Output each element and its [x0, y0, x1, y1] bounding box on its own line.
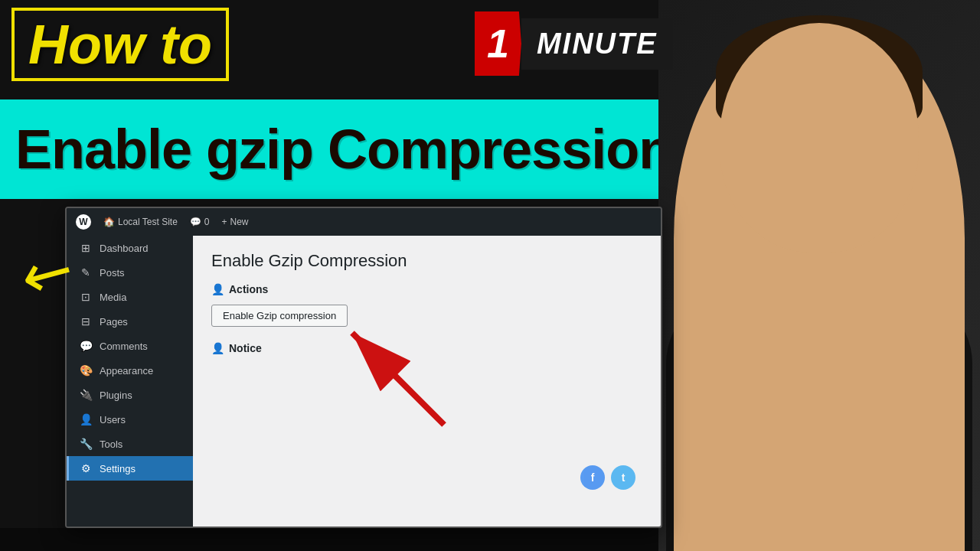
- plus-icon: +: [222, 217, 227, 227]
- how-to-box: How to: [11, 8, 229, 81]
- one-minute-number-bg: 1: [475, 11, 521, 76]
- comments-icon: 💬: [78, 340, 93, 352]
- comment-icon: 💬: [190, 217, 201, 227]
- sidebar-item-media[interactable]: ⊡ Media: [67, 285, 193, 309]
- media-icon: ⊡: [78, 291, 93, 303]
- wp-sidebar: ⊞ Dashboard ✎ Posts ⊡ Media ⊟ Pages 💬 Co…: [67, 236, 193, 527]
- admin-bar-new[interactable]: + New: [222, 217, 249, 227]
- one-minute-word-bg: Minute: [521, 18, 673, 70]
- admin-bar-comments[interactable]: 💬 0: [190, 217, 210, 227]
- red-arrow-svg: [306, 302, 459, 440]
- person-head: [720, 23, 919, 253]
- sidebar-item-users[interactable]: 👤 Users: [67, 407, 193, 432]
- sidebar-item-plugins[interactable]: 🔌 Plugins: [67, 383, 193, 407]
- admin-bar-site[interactable]: 🏠 Local Test Site: [103, 217, 178, 227]
- wp-logo: W: [76, 214, 91, 230]
- page-title: Enable Gzip Compression: [211, 251, 642, 271]
- plugins-icon: 🔌: [78, 389, 93, 401]
- home-icon: 🏠: [103, 217, 115, 227]
- one-minute-badge: 1 Minute: [475, 11, 673, 76]
- svg-line-1: [352, 333, 444, 425]
- one-minute-number: 1: [487, 21, 509, 66]
- one-minute-word: Minute: [537, 28, 658, 60]
- notice-label: Notice: [229, 342, 262, 354]
- users-icon: 👤: [78, 413, 93, 425]
- social-icons-area: f t: [580, 465, 635, 490]
- sidebar-item-posts[interactable]: ✎ Posts: [67, 260, 193, 285]
- sidebar-item-tools[interactable]: 🔧 Tools: [67, 432, 193, 456]
- twitter-icon: t: [611, 465, 635, 490]
- settings-icon: ⚙: [78, 462, 93, 474]
- actions-icon: 👤: [211, 283, 224, 295]
- notice-icon: 👤: [211, 342, 224, 354]
- pages-icon: ⊟: [78, 315, 93, 328]
- person-area: [658, 0, 980, 551]
- actions-section-header: 👤 Actions: [211, 283, 642, 295]
- sidebar-item-appearance[interactable]: 🎨 Appearance: [67, 358, 193, 383]
- sidebar-item-pages[interactable]: ⊟ Pages: [67, 309, 193, 334]
- social-row: f t: [580, 465, 635, 490]
- tools-icon: 🔧: [78, 438, 93, 450]
- wp-admin-bar: W 🏠 Local Test Site 💬 0 + New: [67, 208, 661, 236]
- actions-label: Actions: [229, 283, 268, 295]
- how-to-text: How to: [28, 14, 212, 75]
- sidebar-item-settings[interactable]: ⚙ Settings: [67, 456, 193, 481]
- appearance-icon: 🎨: [78, 364, 93, 377]
- facebook-icon: f: [580, 465, 605, 490]
- sidebar-item-comments[interactable]: 💬 Comments: [67, 334, 193, 358]
